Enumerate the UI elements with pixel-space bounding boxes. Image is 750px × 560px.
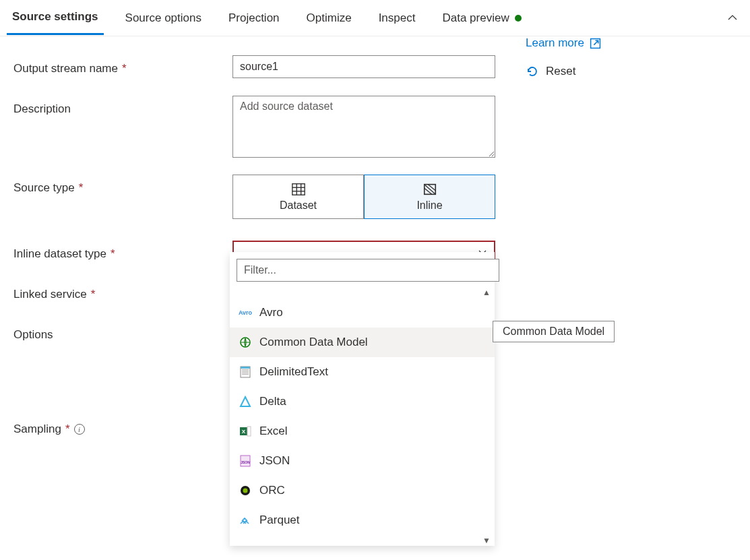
options-label: Options <box>13 321 232 342</box>
tab-inspect[interactable]: Inspect <box>373 2 421 34</box>
tab-optimize[interactable]: Optimize <box>301 2 357 34</box>
row-description: Description <box>13 96 737 160</box>
dropdown-list[interactable]: Avro Avro Common Data Model DelimitedTex… <box>230 298 495 535</box>
tab-source-settings[interactable]: Source settings <box>7 1 104 35</box>
svg-rect-1 <box>292 184 304 195</box>
scroll-down-arrow-icon: ▼ <box>230 535 495 546</box>
inline-dataset-type-label: Inline dataset type * <box>13 241 232 261</box>
learn-more-link[interactable]: Learn more <box>526 36 601 50</box>
linked-service-label: Linked service * <box>13 281 232 301</box>
tab-label: Source options <box>125 11 201 25</box>
row-output-stream-name: Output stream name * <box>13 55 737 82</box>
reset-icon <box>526 65 539 78</box>
delimited-icon <box>239 366 251 378</box>
learn-more-label: Learn more <box>526 36 584 50</box>
info-icon[interactable]: i <box>74 424 85 435</box>
dropdown-item-orc[interactable]: ORC <box>230 476 495 505</box>
reset-button[interactable]: Reset <box>526 65 601 78</box>
dropdown-item-parquet[interactable]: Parquet <box>230 505 495 535</box>
dropdown-item-common-data-model[interactable]: Common Data Model <box>230 328 495 357</box>
item-label: Parquet <box>259 514 300 527</box>
svg-point-22 <box>243 489 248 493</box>
tab-label: Projection <box>228 11 280 25</box>
item-label: Common Data Model <box>259 336 368 349</box>
item-label: Delta <box>259 395 286 408</box>
item-label: DelimitedText <box>259 365 328 379</box>
svg-rect-15 <box>241 367 250 369</box>
dropdown-item-excel[interactable]: X Excel <box>230 416 495 446</box>
tab-label: Optimize <box>307 11 352 25</box>
external-link-icon <box>590 38 601 49</box>
hover-tooltip: Common Data Model <box>493 321 615 342</box>
collapse-panel-button[interactable] <box>727 12 738 25</box>
dropdown-item-avro[interactable]: Avro Avro <box>230 298 495 328</box>
item-label: Excel <box>259 425 288 438</box>
svg-text:X: X <box>242 429 246 435</box>
form-content: Learn more Reset Output stream name * De… <box>0 36 750 475</box>
delta-icon <box>239 396 251 408</box>
sampling-label: Sampling * i <box>13 416 232 436</box>
toggle-label: Inline <box>416 199 442 212</box>
description-textarea[interactable] <box>232 96 495 158</box>
tab-label: Inspect <box>379 11 416 25</box>
output-stream-name-label: Output stream name * <box>13 55 232 75</box>
dropdown-item-delimitedtext[interactable]: DelimitedText <box>230 357 495 387</box>
orc-icon <box>239 485 251 497</box>
item-label: JSON <box>259 454 290 468</box>
cdm-icon <box>239 336 251 348</box>
output-stream-name-input[interactable] <box>232 55 495 78</box>
excel-icon: X <box>239 425 251 437</box>
dataset-icon <box>291 182 306 197</box>
dropdown-item-json[interactable]: JSON JSON <box>230 446 495 476</box>
tab-data-preview[interactable]: Data preview <box>437 2 526 34</box>
required-asterisk: * <box>91 288 96 301</box>
tab-projection[interactable]: Projection <box>223 2 285 34</box>
tab-label: Data preview <box>442 11 509 25</box>
tab-source-options[interactable]: Source options <box>120 2 207 34</box>
svg-rect-18 <box>247 427 251 436</box>
required-asterisk: * <box>111 247 115 261</box>
status-dot-icon <box>515 15 522 22</box>
scroll-up-arrow-icon: ▲ <box>230 287 495 298</box>
item-label: ORC <box>259 484 285 497</box>
item-label: Avro <box>259 306 283 319</box>
inline-icon <box>423 182 437 197</box>
dropdown-item-delta[interactable]: Delta <box>230 387 495 416</box>
inline-dataset-type-dropdown: ▲ Avro Avro Common Data Model DelimitedT… <box>230 252 495 546</box>
tab-label: Source settings <box>12 10 98 24</box>
parquet-icon <box>239 514 251 526</box>
svg-text:JSON: JSON <box>241 460 250 464</box>
source-type-dataset-button[interactable]: Dataset <box>232 175 364 219</box>
required-asterisk: * <box>122 62 127 75</box>
side-column: Learn more Reset <box>526 36 601 78</box>
svg-line-9 <box>424 188 431 194</box>
tooltip-text: Common Data Model <box>503 325 604 337</box>
required-asterisk: * <box>79 181 84 195</box>
avro-icon: Avro <box>239 307 251 319</box>
required-asterisk: * <box>65 423 70 436</box>
source-type-inline-button[interactable]: Inline <box>364 175 495 219</box>
dropdown-filter-input[interactable] <box>237 259 499 282</box>
source-type-toggle-group: Dataset Inline <box>232 175 499 219</box>
json-icon: JSON <box>239 455 251 467</box>
row-source-type: Source type * Dataset <box>13 175 737 219</box>
source-type-label: Source type * <box>13 175 232 195</box>
toggle-label: Dataset <box>280 199 317 212</box>
svg-line-8 <box>428 185 435 191</box>
reset-label: Reset <box>546 65 575 78</box>
description-label: Description <box>13 96 232 116</box>
tab-bar: Source settings Source options Projectio… <box>0 0 750 36</box>
